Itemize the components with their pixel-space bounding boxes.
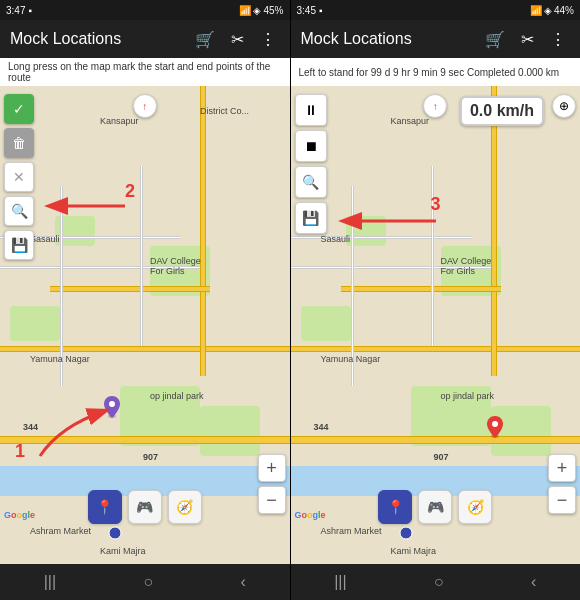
right-green-3 — [301, 306, 351, 341]
left-time: 3:47 — [6, 5, 25, 16]
right-scissors-icon[interactable]: ✂ — [517, 26, 538, 53]
left-more-icon[interactable]: ⋮ — [256, 26, 280, 53]
left-zoom-out[interactable]: − — [258, 486, 286, 514]
left-info-text: Long press on the map mark the start and… — [8, 61, 282, 83]
right-title: Mock Locations — [301, 30, 474, 48]
ashram-pin-left — [108, 526, 122, 540]
right-status-left: 3:45 ▪ — [297, 5, 323, 16]
stop-button[interactable]: ⏹ — [295, 130, 327, 162]
left-info-bar: Long press on the map mark the start and… — [0, 58, 290, 86]
road-sm-v2 — [140, 166, 143, 346]
left-scissors-icon[interactable]: ✂ — [227, 26, 248, 53]
x-button[interactable]: ✕ — [4, 162, 34, 192]
location-icon: ◈ — [253, 5, 261, 16]
svg-point-5 — [400, 527, 412, 539]
left-google-logo: Google — [4, 510, 35, 520]
svg-point-1 — [109, 401, 115, 407]
right-nav-menu[interactable]: ||| — [322, 569, 358, 595]
road-main-v1 — [200, 86, 206, 376]
right-road-sm-1 — [291, 236, 471, 239]
left-status-right: 📶 ◈ 45% — [239, 5, 283, 16]
right-north-indicator: ↑ — [423, 94, 447, 118]
right-time: 3:45 — [297, 5, 316, 16]
right-gamepad-btn[interactable]: 🎮 — [418, 490, 452, 524]
right-road-h1 — [291, 346, 581, 352]
blue-pin — [104, 396, 120, 418]
right-location-icon: ◈ — [544, 5, 552, 16]
wifi-icon: 📶 — [239, 5, 251, 16]
right-zoom-out[interactable]: − — [548, 486, 576, 514]
right-nav-home[interactable]: ○ — [422, 569, 456, 595]
right-sim-icon: ▪ — [319, 5, 323, 16]
road-sm-v1 — [60, 186, 63, 386]
right-more-icon[interactable]: ⋮ — [546, 26, 570, 53]
ashram-pin-right — [399, 526, 413, 540]
road-sm-2 — [0, 266, 200, 269]
svg-point-2 — [109, 527, 121, 539]
pause-button[interactable]: ⏸ — [295, 94, 327, 126]
left-status-left: 3:47 ▪ — [6, 5, 32, 16]
left-gamepad-btn[interactable]: 🎮 — [128, 490, 162, 524]
trash-button[interactable]: 🗑 — [4, 128, 34, 158]
right-cart-icon[interactable]: 🛒 — [481, 26, 509, 53]
right-road-diag — [341, 286, 501, 292]
left-north-indicator: ↑ — [133, 94, 157, 118]
left-compass-btn[interactable]: 🧭 — [168, 490, 202, 524]
red-pin — [487, 416, 503, 438]
svg-point-4 — [492, 421, 498, 427]
left-battery: 45% — [263, 5, 283, 16]
right-wifi-icon: 📶 — [530, 5, 542, 16]
left-toolbar: Mock Locations 🛒 ✂ ⋮ — [0, 20, 290, 58]
left-bottom-nav: ||| ○ ‹ — [0, 564, 290, 600]
left-nav-home[interactable]: ○ — [131, 569, 165, 595]
green-area-5 — [200, 406, 260, 456]
left-map-controls: ✓ 🗑 ✕ 🔍 💾 — [4, 94, 34, 260]
left-status-bar: 3:47 ▪ 📶 ◈ 45% — [0, 0, 290, 20]
right-zoom-in[interactable]: + — [548, 454, 576, 482]
right-panel: 3:45 ▪ 📶 ◈ 44% Mock Locations 🛒 ✂ ⋮ Left… — [291, 0, 581, 600]
left-zoom-in[interactable]: + — [258, 454, 286, 482]
right-toolbar: Mock Locations 🛒 ✂ ⋮ — [291, 20, 581, 58]
right-info-bar: Left to stand for 99 d 9 hr 9 min 9 sec … — [291, 58, 581, 86]
right-location-pin-btn[interactable]: 📍 — [378, 490, 412, 524]
right-google-logo: Google — [295, 510, 326, 520]
left-panel: 3:47 ▪ 📶 ◈ 45% Mock Locations 🛒 ✂ ⋮ Long… — [0, 0, 290, 600]
right-road-h2 — [291, 436, 581, 444]
right-map-bottom-tools: 📍 🎮 🧭 — [378, 490, 492, 524]
right-nav-back[interactable]: ‹ — [519, 569, 548, 595]
right-compass-btn[interactable]: 🧭 — [458, 490, 492, 524]
left-cart-icon[interactable]: 🛒 — [191, 26, 219, 53]
left-map-bottom-tools: 📍 🎮 🧭 — [88, 490, 202, 524]
left-nav-menu[interactable]: ||| — [32, 569, 68, 595]
left-save-button[interactable]: 💾 — [4, 230, 34, 260]
sim-icon: ▪ — [28, 5, 32, 16]
right-search-button[interactable]: 🔍 — [295, 166, 327, 198]
right-save-button[interactable]: 💾 — [295, 202, 327, 234]
right-target-icon[interactable]: ⊕ — [552, 94, 576, 118]
right-map[interactable]: Kansapur District C... Sasauli DAV Colle… — [291, 86, 581, 564]
right-status-right: 📶 ◈ 44% — [530, 5, 574, 16]
left-zoom-controls: + − — [258, 454, 286, 514]
right-zoom-controls: + − — [548, 454, 576, 514]
left-map[interactable]: Kansapur District Co... Sasauli DAV Coll… — [0, 86, 290, 564]
right-road-v1 — [491, 86, 497, 376]
left-title: Mock Locations — [10, 30, 183, 48]
speed-display: 0.0 km/h — [460, 96, 544, 126]
left-search-button[interactable]: 🔍 — [4, 196, 34, 226]
left-nav-back[interactable]: ‹ — [229, 569, 258, 595]
right-bottom-nav: ||| ○ ‹ — [291, 564, 581, 600]
right-road-sm-v2 — [431, 166, 434, 346]
road-diag1 — [50, 286, 210, 292]
right-info-text: Left to stand for 99 d 9 hr 9 min 9 sec … — [299, 67, 560, 78]
right-playback-controls: ⏸ ⏹ 🔍 💾 — [295, 94, 327, 234]
road-main-h1 — [0, 346, 290, 352]
green-area-3 — [10, 306, 60, 341]
right-road-sm-2 — [291, 266, 491, 269]
right-status-bar: 3:45 ▪ 📶 ◈ 44% — [291, 0, 581, 20]
road-main-h2 — [0, 436, 290, 444]
right-battery: 44% — [554, 5, 574, 16]
left-location-pin-btn[interactable]: 📍 — [88, 490, 122, 524]
check-button[interactable]: ✓ — [4, 94, 34, 124]
right-road-sm-v1 — [351, 186, 354, 386]
